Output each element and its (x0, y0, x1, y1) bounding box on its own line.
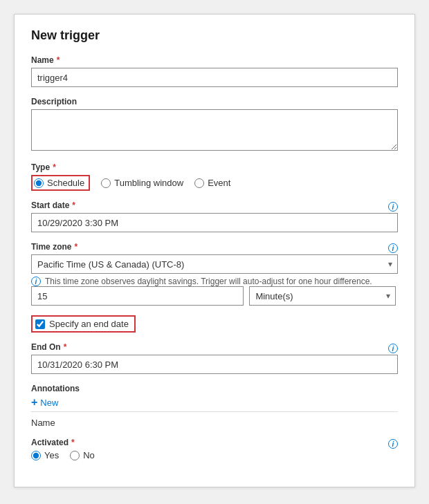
name-field-group: Name * (31, 55, 398, 87)
type-label: Type * (31, 162, 398, 172)
activated-yes-radio[interactable] (31, 451, 41, 460)
plus-icon: + (31, 396, 37, 409)
time-zone-field-group: Time zone * i Pacific Time (US & Canada)… (31, 242, 398, 286)
time-zone-select[interactable]: Pacific Time (US & Canada) (UTC-8) Easte… (31, 254, 398, 274)
schedule-radio-item[interactable]: Schedule (34, 178, 84, 188)
specify-end-date-label[interactable]: Specify an end date (49, 319, 129, 329)
description-label: Description (31, 97, 398, 106)
description-input[interactable] (31, 109, 398, 151)
start-date-field-group: Start date * i (31, 200, 398, 232)
schedule-label: Schedule (47, 178, 84, 188)
name-label: Name * (31, 55, 398, 65)
annotations-group: Annotations + New Name (31, 384, 398, 428)
activated-yes-label: Yes (44, 450, 59, 460)
recurrence-unit-select[interactable]: Second(s) Minute(s) Hour(s) Day(s) Week(… (249, 286, 396, 306)
start-date-input[interactable] (31, 213, 398, 232)
recurrence-every-group: Second(s) Minute(s) Hour(s) Day(s) Week(… (31, 286, 398, 306)
description-field-group: Description (31, 97, 398, 153)
specify-end-date-box: Specify an end date (31, 315, 136, 333)
event-radio[interactable] (194, 178, 204, 188)
new-trigger-panel: New trigger Name * Description Type * Sc… (14, 14, 415, 487)
event-label: Event (208, 178, 230, 188)
recurrence-unit-select-wrapper: Second(s) Minute(s) Hour(s) Day(s) Week(… (249, 286, 396, 306)
start-date-info-icon[interactable]: i (388, 202, 398, 212)
schedule-radio[interactable] (34, 178, 44, 188)
activated-info-icon[interactable]: i (388, 439, 398, 449)
activated-no-label: No (83, 450, 95, 460)
schedule-radio-wrapper: Schedule (31, 175, 90, 191)
recurrence-every-row: Second(s) Minute(s) Hour(s) Day(s) Week(… (31, 286, 398, 306)
activated-no-radio[interactable] (70, 451, 80, 460)
specify-end-date-checkbox[interactable] (35, 319, 45, 329)
name-input[interactable] (31, 68, 398, 87)
time-zone-label: Time zone * (31, 242, 77, 252)
tumbling-window-radio-item[interactable]: Tumbling window (101, 178, 183, 188)
end-on-label: End On * (31, 342, 66, 352)
annotations-divider (31, 411, 398, 412)
end-on-required-marker: * (64, 342, 67, 352)
activated-radio-group: Yes No (31, 450, 398, 460)
activated-field-group: Activated * i Yes No (31, 438, 398, 460)
time-zone-info-text: i This time zone observes daylight savin… (31, 277, 398, 286)
annotations-name-column: Name (31, 418, 398, 428)
start-date-label: Start date * (31, 200, 75, 210)
tumbling-window-radio[interactable] (101, 178, 111, 188)
time-zone-required-marker: * (74, 242, 77, 252)
type-field-group: Type * Schedule Tumbling window Event (31, 162, 398, 191)
start-date-required-marker: * (72, 200, 75, 210)
time-zone-info-inline-icon: i (31, 277, 41, 286)
time-zone-info-icon[interactable]: i (388, 243, 398, 253)
event-radio-item[interactable]: Event (194, 178, 230, 188)
activated-no-radio-item[interactable]: No (70, 450, 95, 460)
tumbling-window-label: Tumbling window (114, 178, 183, 188)
activated-label: Activated * (31, 438, 75, 447)
type-required-marker: * (53, 162, 56, 172)
activated-required-marker: * (71, 438, 75, 447)
annotations-label: Annotations (31, 384, 398, 393)
time-zone-select-wrapper: Pacific Time (US & Canada) (UTC-8) Easte… (31, 254, 398, 274)
end-on-field-group: End On * i (31, 342, 398, 374)
name-required-marker: * (57, 55, 60, 65)
end-on-info-icon[interactable]: i (388, 344, 398, 353)
add-annotation-button[interactable]: + New (31, 396, 58, 409)
recurrence-number-input[interactable] (31, 286, 244, 306)
end-on-input[interactable] (31, 355, 398, 374)
specify-end-date-group: Specify an end date (31, 315, 398, 333)
activated-yes-radio-item[interactable]: Yes (31, 450, 59, 460)
type-radio-group: Schedule Tumbling window Event (31, 175, 398, 191)
panel-title: New trigger (31, 28, 398, 43)
